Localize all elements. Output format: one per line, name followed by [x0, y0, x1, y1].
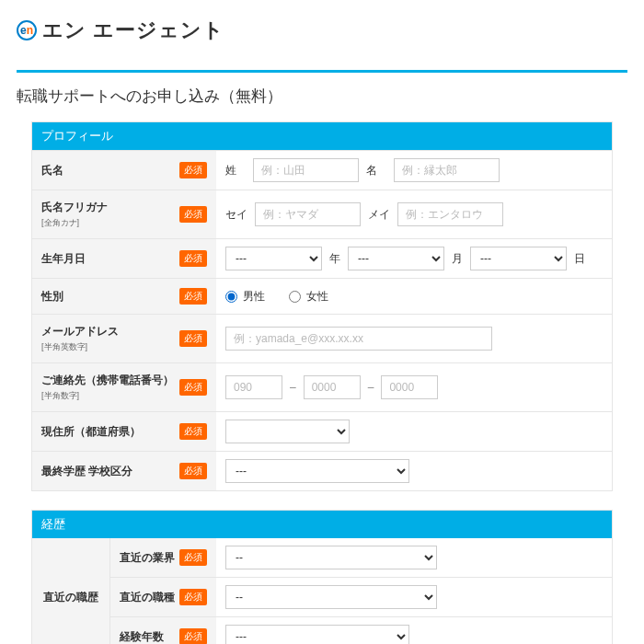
- label-industry: 直近の業界: [120, 550, 175, 566]
- label-furigana-sub: [全角カナ]: [41, 217, 108, 229]
- label-recent-outer: 直近の職歴: [32, 538, 110, 644]
- select-occupation[interactable]: --: [225, 585, 437, 609]
- required-badge: 必須: [179, 628, 207, 644]
- input-phone-2[interactable]: [304, 375, 361, 399]
- label-email-sub: [半角英数字]: [41, 341, 119, 353]
- row-gender: 性別 必須 男性 女性: [32, 278, 612, 314]
- required-badge: 必須: [179, 206, 207, 223]
- section-header-career: 経歴: [32, 511, 612, 538]
- required-badge: 必須: [179, 423, 207, 440]
- required-badge: 必須: [179, 162, 207, 178]
- label-phone-sub: [半角数字]: [41, 390, 174, 402]
- career-section: 経歴 直近の職歴 直近の業界 必須 -- 直近の職種 必須: [31, 510, 613, 644]
- input-first-name-kana[interactable]: [397, 202, 503, 226]
- logo-text: エン エージェント: [42, 17, 224, 44]
- radio-female-wrap[interactable]: 女性: [289, 289, 328, 305]
- unit-year: 年: [329, 251, 340, 267]
- select-years[interactable]: ---: [225, 625, 409, 644]
- select-birth-year[interactable]: ---: [225, 247, 322, 270]
- radio-female[interactable]: [289, 291, 301, 303]
- select-industry[interactable]: --: [225, 546, 437, 569]
- phone-dash-1: –: [290, 381, 296, 394]
- required-badge: 必須: [179, 463, 207, 479]
- select-education[interactable]: ---: [225, 459, 409, 483]
- label-occupation: 直近の職種: [120, 590, 175, 605]
- row-furigana: 氏名フリガナ [全角カナ] 必須 セイ メイ: [32, 190, 612, 238]
- input-phone-1[interactable]: [225, 375, 282, 399]
- section-header-profile: プロフィール: [32, 122, 612, 150]
- logo: en エン エージェント: [17, 17, 627, 44]
- row-address: 現住所（都道府県） 必須: [32, 411, 612, 451]
- input-last-name[interactable]: [253, 158, 359, 182]
- input-email[interactable]: [225, 327, 492, 351]
- phone-dash-2: –: [368, 381, 374, 394]
- sub-mei: 名: [366, 163, 386, 178]
- label-gender: 性別: [41, 289, 63, 305]
- input-phone-3[interactable]: [381, 375, 438, 399]
- label-phone: ご連絡先（携帯電話番号）: [41, 374, 174, 386]
- label-years: 経験年数: [120, 629, 164, 645]
- row-education: 最終学歴 学校区分 必須 ---: [32, 451, 612, 490]
- radio-male-label: 男性: [243, 289, 265, 305]
- select-birth-month[interactable]: ---: [348, 247, 444, 270]
- label-furigana: 氏名フリガナ: [41, 201, 108, 213]
- input-first-name[interactable]: [394, 158, 500, 182]
- label-email: メールアドレス: [41, 325, 119, 338]
- row-phone: ご連絡先（携帯電話番号） [半角数字] 必須 – –: [32, 362, 612, 411]
- radio-male-wrap[interactable]: 男性: [225, 289, 265, 305]
- label-birth: 生年月日: [41, 251, 86, 267]
- unit-month: 月: [452, 251, 463, 267]
- label-education: 最終学歴 学校区分: [41, 464, 132, 479]
- select-prefecture[interactable]: [225, 420, 350, 443]
- row-birth: 生年月日 必須 --- 年 --- 月 --- 日: [32, 238, 612, 278]
- required-badge: 必須: [179, 379, 207, 396]
- required-badge: 必須: [179, 250, 207, 267]
- sub-sei-kana: セイ: [225, 207, 247, 223]
- radio-female-label: 女性: [306, 289, 328, 305]
- row-recent-job: 直近の職歴 直近の業界 必須 -- 直近の職種 必須: [32, 538, 612, 644]
- required-badge: 必須: [179, 549, 207, 566]
- required-badge: 必須: [179, 589, 207, 605]
- logo-icon: en: [17, 20, 37, 40]
- radio-male[interactable]: [225, 291, 237, 303]
- page-title: 転職サポートへのお申し込み（無料）: [17, 70, 627, 107]
- sub-mei-kana: メイ: [368, 207, 390, 223]
- profile-section: プロフィール 氏名 必須 姓 名 氏名フリガナ [全角カナ] 必須: [31, 121, 613, 491]
- input-last-name-kana[interactable]: [255, 202, 361, 226]
- sub-sei: 姓: [225, 163, 246, 178]
- select-birth-day[interactable]: ---: [470, 247, 567, 270]
- row-name: 氏名 必須 姓 名: [32, 150, 612, 190]
- label-name: 氏名: [41, 163, 63, 178]
- label-address: 現住所（都道府県）: [41, 424, 141, 440]
- unit-day: 日: [574, 251, 585, 267]
- required-badge: 必須: [179, 330, 207, 347]
- required-badge: 必須: [179, 288, 207, 305]
- row-email: メールアドレス [半角英数字] 必須: [32, 314, 612, 362]
